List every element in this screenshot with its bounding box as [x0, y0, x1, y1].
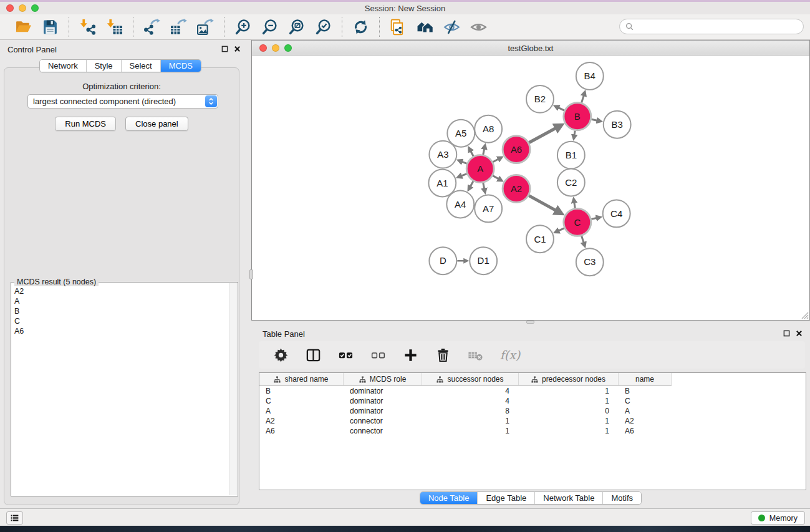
graph-edge-C-C2[interactable]	[574, 202, 576, 208]
graph-node-A7[interactable]: A7	[475, 195, 502, 222]
graph-node-C[interactable]: C	[564, 208, 591, 236]
split-columns-button[interactable]	[301, 344, 325, 366]
tab-network[interactable]: Network	[40, 60, 86, 72]
deselect-all-columns-button[interactable]	[366, 344, 390, 366]
graph-node-B1[interactable]: B1	[557, 142, 585, 169]
export-network-button[interactable]	[140, 17, 163, 37]
graph-edge-A-A5[interactable]	[470, 150, 473, 156]
graph-node-A4[interactable]: A4	[446, 190, 474, 218]
column-header-MCDS-role[interactable]: MCDS role	[344, 373, 422, 386]
criterion-dropdown[interactable]: largest connected component (directed)	[27, 94, 218, 109]
close-table-panel-icon[interactable]	[796, 330, 803, 337]
result-list-item[interactable]: C	[14, 316, 229, 326]
graph-node-B3[interactable]: B3	[604, 111, 631, 138]
zoom-window-button[interactable]	[31, 4, 39, 12]
search-field[interactable]	[619, 19, 804, 34]
graph-node-C4[interactable]: C4	[603, 200, 630, 227]
graph-edge-A2-C[interactable]	[529, 196, 557, 211]
graph-edge-C-C3[interactable]	[582, 236, 584, 243]
import-table-button[interactable]	[103, 17, 126, 37]
result-scrollbar[interactable]	[229, 283, 237, 495]
graph-edge-A-A4[interactable]	[470, 181, 473, 187]
column-header-predecessor-nodes[interactable]: predecessor nodes	[519, 373, 619, 386]
network-canvas[interactable]: AA1A2A3A4A5A6A7A8BB1B2B3B4CC1C2C3C4DD1	[252, 56, 809, 320]
graph-node-A8[interactable]: A8	[475, 115, 502, 143]
graph-edge-A-A3[interactable]	[461, 162, 467, 163]
graph-edge-B-B2[interactable]	[558, 107, 564, 110]
tab-select[interactable]: Select	[121, 60, 160, 72]
export-table-button[interactable]	[167, 17, 190, 37]
save-button[interactable]	[39, 17, 62, 37]
result-list-item[interactable]: A6	[14, 326, 229, 336]
graph-node-B2[interactable]: B2	[526, 85, 554, 113]
show-graphics-details-button[interactable]	[467, 17, 490, 37]
graph-node-A1[interactable]: A1	[428, 170, 456, 197]
zoom-selected-button[interactable]	[312, 17, 335, 37]
home-button[interactable]	[413, 17, 436, 37]
column-header-successor-nodes[interactable]: successor nodes	[422, 373, 519, 386]
graph-edge-A-A2[interactable]	[493, 176, 499, 180]
import-network-button[interactable]	[76, 17, 99, 37]
graph-node-A2[interactable]: A2	[503, 175, 530, 203]
run-mcds-button[interactable]: Run MCDS	[55, 117, 116, 131]
tab-mcds[interactable]: MCDS	[160, 60, 201, 72]
tab-style[interactable]: Style	[86, 60, 121, 72]
close-panel-icon[interactable]	[234, 46, 241, 52]
graph-node-B4[interactable]: B4	[576, 62, 604, 90]
graph-edge-C-C1[interactable]	[558, 228, 564, 231]
zoom-out-button[interactable]	[258, 17, 281, 37]
refresh-button[interactable]	[349, 17, 372, 37]
graph-node-A6[interactable]: A6	[503, 136, 530, 163]
graph-edge-B-B1[interactable]	[574, 130, 575, 135]
result-list-item[interactable]: A2	[14, 286, 229, 296]
zoom-in-button[interactable]	[231, 17, 254, 37]
graph-edge-A-A6[interactable]	[493, 159, 499, 162]
float-table-panel-icon[interactable]	[783, 330, 790, 337]
graph-node-B[interactable]: B	[564, 103, 591, 130]
graph-edge-B-B3[interactable]	[591, 119, 597, 120]
search-input[interactable]	[637, 22, 798, 31]
float-panel-icon[interactable]	[221, 46, 228, 52]
graph-edge-A-A8[interactable]	[483, 148, 485, 155]
open-button[interactable]	[12, 17, 35, 37]
table-row[interactable]: Adominator80A	[259, 406, 806, 416]
gear-button[interactable]	[269, 344, 292, 366]
graph-node-C1[interactable]: C1	[526, 225, 554, 253]
close-window-button[interactable]	[6, 4, 14, 12]
tab-node-table[interactable]: Node Table	[420, 492, 478, 504]
graph-node-A3[interactable]: A3	[429, 141, 456, 168]
resize-grip[interactable]	[800, 311, 809, 319]
graph-node-D[interactable]: D	[429, 247, 456, 274]
table-row[interactable]: Cdominator41C	[259, 396, 806, 406]
column-header-name[interactable]: name	[619, 373, 672, 386]
close-panel-button[interactable]: Close panel	[125, 117, 188, 131]
hide-graphics-details-button[interactable]	[440, 17, 463, 37]
graph-edge-A6-B[interactable]	[529, 128, 557, 143]
new-session-from-file-button[interactable]	[387, 17, 410, 37]
graph-node-C3[interactable]: C3	[576, 248, 604, 276]
graph-edge-B-B4[interactable]	[582, 95, 584, 103]
graph-node-A[interactable]: A	[466, 155, 494, 183]
graph-edge-C-C4[interactable]	[591, 218, 597, 219]
result-list-item[interactable]: A	[14, 296, 229, 306]
table-row[interactable]: A2connector11A2	[259, 416, 806, 426]
minimize-window-button[interactable]	[19, 4, 26, 12]
result-list-item[interactable]: B	[14, 306, 229, 316]
graph-node-A5[interactable]: A5	[447, 120, 475, 147]
splitter-handle[interactable]	[249, 269, 253, 279]
table-row[interactable]: Bdominator41B	[259, 386, 806, 396]
tab-network-table[interactable]: Network Table	[534, 492, 602, 504]
graph-node-C2[interactable]: C2	[557, 169, 585, 196]
tab-edge-table[interactable]: Edge Table	[477, 492, 534, 504]
export-image-button[interactable]	[194, 17, 217, 37]
add-column-button[interactable]	[398, 344, 422, 366]
table-row[interactable]: A6connector11A6	[259, 426, 806, 436]
graph-edge-A-A7[interactable]	[483, 183, 485, 189]
horizontal-splitter-handle[interactable]	[526, 321, 534, 324]
delete-column-button[interactable]	[431, 344, 455, 366]
task-history-button[interactable]	[6, 511, 23, 525]
select-all-columns-button[interactable]	[334, 344, 357, 366]
graph-edge-A-A1[interactable]	[461, 174, 467, 177]
memory-button[interactable]: Memory	[751, 511, 805, 525]
tab-motifs[interactable]: Motifs	[602, 492, 641, 504]
